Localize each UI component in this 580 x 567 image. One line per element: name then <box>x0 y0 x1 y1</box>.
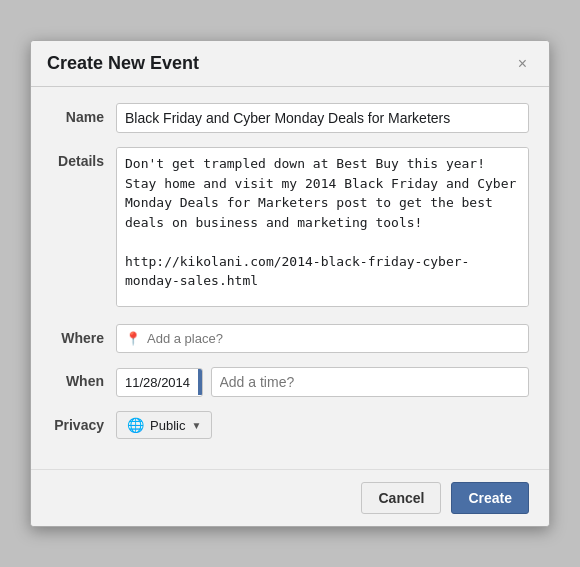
calendar-button[interactable] <box>198 369 202 395</box>
date-field: 11/28/2014 <box>116 368 203 397</box>
close-button[interactable]: × <box>512 54 533 74</box>
privacy-field-container: 🌐 Public ▼ <box>116 411 529 439</box>
dialog-title: Create New Event <box>47 53 199 74</box>
when-label: When <box>51 367 116 389</box>
create-button[interactable]: Create <box>451 482 529 514</box>
when-row: When 11/28/2014 <box>51 367 529 397</box>
privacy-row: Privacy 🌐 Public ▼ <box>51 411 529 439</box>
cancel-button[interactable]: Cancel <box>361 482 441 514</box>
details-row: Details Don't get trampled down at Best … <box>51 147 529 310</box>
privacy-label: Privacy <box>51 411 116 433</box>
details-field-container: Don't get trampled down at Best Buy this… <box>116 147 529 310</box>
where-input[interactable] <box>147 331 520 346</box>
when-row-inner: 11/28/2014 <box>116 367 529 397</box>
where-row: Where 📍 <box>51 324 529 353</box>
name-row: Name <box>51 103 529 133</box>
details-textarea[interactable]: Don't get trampled down at Best Buy this… <box>116 147 529 307</box>
location-icon: 📍 <box>125 331 141 346</box>
name-field-container <box>116 103 529 133</box>
globe-icon: 🌐 <box>127 417 144 433</box>
details-label: Details <box>51 147 116 169</box>
dialog-footer: Cancel Create <box>31 469 549 526</box>
privacy-value: Public <box>150 418 185 433</box>
time-input[interactable] <box>211 367 530 397</box>
dialog-body: Name Details Don't get trampled down at … <box>31 87 549 469</box>
name-label: Name <box>51 103 116 125</box>
where-label: Where <box>51 324 116 346</box>
privacy-dropdown[interactable]: 🌐 Public ▼ <box>116 411 212 439</box>
where-input-wrapper[interactable]: 📍 <box>116 324 529 353</box>
name-input[interactable] <box>116 103 529 133</box>
when-field-container: 11/28/2014 <box>116 367 529 397</box>
dialog-header: Create New Event × <box>31 41 549 87</box>
create-event-dialog: Create New Event × Name Details Don't ge… <box>30 40 550 527</box>
where-field-container: 📍 <box>116 324 529 353</box>
chevron-down-icon: ▼ <box>191 420 201 431</box>
date-value: 11/28/2014 <box>117 369 198 396</box>
